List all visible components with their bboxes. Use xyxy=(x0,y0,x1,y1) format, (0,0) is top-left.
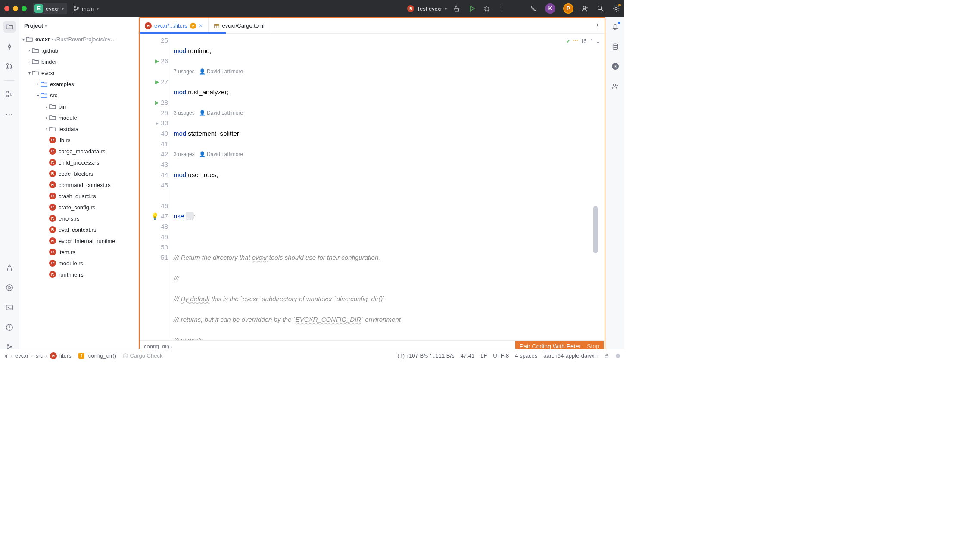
breadcrumb-item[interactable]: ‹r xyxy=(4,352,8,359)
more-tool-icon[interactable]: ⋯ xyxy=(3,108,16,120)
intention-bulb-icon[interactable]: 💡 xyxy=(151,211,159,221)
tree-item[interactable]: ›.github xyxy=(19,45,138,56)
tree-item[interactable]: Rcommand_context.rs xyxy=(19,179,138,190)
presence-badge-icon: P xyxy=(190,23,196,29)
notifications-icon[interactable] xyxy=(609,21,621,33)
add-user-icon[interactable] xyxy=(581,5,589,12)
pull-requests-tool-icon[interactable] xyxy=(3,60,16,72)
close-tab-icon[interactable]: ✕ xyxy=(199,23,203,29)
settings-icon[interactable] xyxy=(612,5,620,12)
avatar-host[interactable]: P xyxy=(563,3,573,14)
line-number: 43 xyxy=(161,159,168,170)
problems-tool-icon[interactable] xyxy=(3,321,16,333)
close-window-icon[interactable] xyxy=(4,6,9,11)
status-indicator-icon[interactable] xyxy=(616,354,620,358)
caret-position-widget[interactable]: 47:41 xyxy=(461,352,475,359)
run-gutter-icon[interactable]: ▶ xyxy=(155,56,159,66)
invite-user-icon[interactable] xyxy=(609,80,621,92)
structure-tool-icon[interactable] xyxy=(3,88,16,100)
more-icon[interactable]: ⋮ xyxy=(499,5,505,13)
run-tool-icon[interactable] xyxy=(3,282,16,294)
minimize-window-icon[interactable] xyxy=(13,6,18,11)
tree-item[interactable]: Rchild_process.rs xyxy=(19,157,138,168)
tree-item[interactable]: Rmodule.rs xyxy=(19,258,138,269)
breadcrumb-item[interactable]: src xyxy=(35,352,43,359)
vcs-branch-selector[interactable]: main ▾ xyxy=(73,6,99,12)
svg-rect-24 xyxy=(605,355,608,358)
tree-item[interactable]: Revcxr_internal_runtime xyxy=(19,235,138,246)
tree-item[interactable]: Rruntime.rs xyxy=(19,269,138,280)
fold-placeholder[interactable]: ... xyxy=(186,212,194,220)
rust-icon: R xyxy=(49,148,56,155)
breadcrumb-item[interactable]: evcxr xyxy=(15,352,28,359)
tree-item[interactable]: Rcargo_metadata.rs xyxy=(19,146,138,157)
code-token: mod xyxy=(174,130,186,137)
code-with-me-phone-icon[interactable] xyxy=(530,5,537,12)
usages-hint[interactable]: 3 usages xyxy=(174,149,195,159)
fold-icon[interactable]: ▸ xyxy=(156,118,159,128)
tree-item[interactable]: Rlib.rs xyxy=(19,134,138,146)
commit-tool-icon[interactable] xyxy=(3,40,16,53)
tree-item[interactable]: ›module xyxy=(19,112,138,123)
encoding-widget[interactable]: UTF-8 xyxy=(493,352,509,359)
tree-item[interactable]: ▾evcxr xyxy=(19,67,138,78)
cargo-tool-icon[interactable]: R xyxy=(609,60,621,72)
editor-tab[interactable]: evcxr/Cargo.toml xyxy=(209,18,270,33)
tree-item[interactable]: Rcrate_config.rs xyxy=(19,202,138,213)
network-widget[interactable]: (T) ↑107 B/s / ↓111 B/s xyxy=(397,352,454,359)
doc-comment: By default xyxy=(181,295,210,302)
tree-item[interactable]: Reval_context.rs xyxy=(19,224,138,235)
folder-icon xyxy=(32,69,39,76)
tree-item[interactable]: ›binder xyxy=(19,56,138,67)
database-tool-icon[interactable] xyxy=(609,40,621,53)
tree-item[interactable]: ›bin xyxy=(19,101,138,112)
readonly-lock-icon[interactable] xyxy=(604,353,610,359)
target-widget[interactable]: aarch64-apple-darwin xyxy=(543,352,598,359)
build-tool-icon[interactable] xyxy=(3,262,16,274)
zoom-window-icon[interactable] xyxy=(22,6,27,11)
tree-item[interactable]: ›examples xyxy=(19,78,138,90)
author-hint[interactable]: David Lattimore xyxy=(207,151,243,157)
doc-comment: /// variable. xyxy=(174,336,205,340)
project-tool-icon[interactable] xyxy=(3,21,16,33)
tree-item[interactable]: Rcode_block.rs xyxy=(19,168,138,179)
tree-item[interactable]: ▾src xyxy=(19,90,138,101)
svg-point-10 xyxy=(10,68,12,69)
chevron-down-icon[interactable]: ⌄ xyxy=(596,36,600,47)
tree-root[interactable]: ▾ evcxr ~/RustRoverProjects/ev… xyxy=(19,34,138,45)
editor-body[interactable]: ✔︎ 〰 16 ⌃ ⌄ 25 ▶26 ▶27 ▶28 29 ▸30 40 xyxy=(140,34,605,340)
line-number: 27 xyxy=(161,77,168,87)
rust-icon: R xyxy=(49,137,56,143)
tree-item[interactable]: ›testdata xyxy=(19,123,138,134)
run-configuration-selector[interactable]: R Test evcxr ▾ xyxy=(407,5,447,12)
author-hint[interactable]: David Lattimore xyxy=(207,110,243,116)
terminal-tool-icon[interactable] xyxy=(3,302,16,314)
indent-widget[interactable]: 4 spaces xyxy=(515,352,537,359)
project-selector[interactable]: E evcxr ▾ xyxy=(33,3,67,14)
project-panel-header[interactable]: Project ▾ xyxy=(19,17,138,34)
tree-item[interactable]: Ritem.rs xyxy=(19,246,138,258)
avatar-guest[interactable]: K xyxy=(545,3,555,14)
cargo-check-widget[interactable]: Cargo Check xyxy=(122,352,163,359)
scrollbar-thumb[interactable] xyxy=(593,206,598,253)
build-icon[interactable] xyxy=(453,5,461,12)
tree-item[interactable]: Rcrash_guard.rs xyxy=(19,190,138,202)
run-gutter-icon[interactable]: ▶ xyxy=(155,97,159,108)
usages-hint[interactable]: 7 usages xyxy=(174,66,195,77)
tab-overflow-icon[interactable]: ⋮ xyxy=(595,18,605,33)
tree-item-label: code_block.rs xyxy=(59,171,93,177)
run-gutter-icon[interactable]: ▶ xyxy=(155,77,159,87)
author-hint[interactable]: David Lattimore xyxy=(207,68,243,75)
inspections-widget[interactable]: ✔︎ 〰 16 ⌃ ⌄ xyxy=(566,36,600,47)
line-separator-widget[interactable]: LF xyxy=(480,352,487,359)
tree-item[interactable]: Rerrors.rs xyxy=(19,213,138,224)
usages-hint[interactable]: 3 usages xyxy=(174,108,195,118)
breadcrumb-item[interactable]: lib.rs xyxy=(59,352,71,359)
debug-icon[interactable] xyxy=(483,5,491,12)
search-icon[interactable] xyxy=(597,5,605,12)
chevron-up-icon[interactable]: ⌃ xyxy=(589,36,593,47)
breadcrumb-item[interactable]: config_dir() xyxy=(88,352,116,359)
code-content[interactable]: mod runtime; 7 usages👤 David Lattimore m… xyxy=(171,34,605,340)
editor-tab-active[interactable]: R evcxr/.../lib.rs P ✕ xyxy=(140,18,209,33)
run-icon[interactable] xyxy=(468,5,475,12)
